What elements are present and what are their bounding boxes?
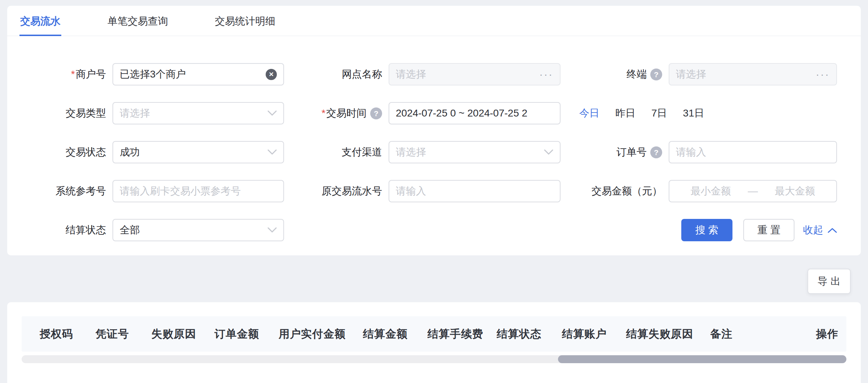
question-icon[interactable]: ?	[650, 69, 662, 80]
tab-label: 交易流水	[20, 16, 61, 27]
chevron-up-icon	[828, 224, 837, 236]
settle-status-label: 结算状态	[7, 219, 112, 241]
order-no-input[interactable]: 请输入	[669, 141, 837, 163]
tab-bar: 交易流水 单笔交易查询 交易统计明细	[7, 6, 861, 36]
table-header-row: 授权码凭证号失败原因订单金额用户实付金额结算金额结算手续费结算状态结算账户结算失…	[22, 316, 846, 352]
trade-status-select[interactable]: 成功	[112, 141, 284, 163]
merchant-input[interactable]: 已选择3个商户 ✕	[112, 63, 284, 85]
chevron-down-icon	[540, 149, 553, 155]
table-column-header: 结算失败原因	[626, 327, 693, 342]
table-column-header: 订单金额	[214, 327, 259, 342]
tab-item[interactable]: 交易统计明细	[214, 6, 276, 36]
chevron-down-icon	[264, 227, 277, 233]
trade-time-label: * 交易时间 ?	[284, 102, 389, 124]
trade-time-value: 2024-07-25 0 ~ 2024-07-25 2	[396, 107, 527, 119]
merchant-value: 已选择3个商户	[120, 67, 186, 81]
search-panel: 交易流水 单笔交易查询 交易统计明细 * 商户号 已选择3个商户 ✕ 网点名称 …	[7, 6, 861, 255]
quick-range-link[interactable]: 昨日	[615, 106, 636, 120]
pay-channel-placeholder: 请选择	[396, 145, 426, 159]
orig-trade-no-placeholder: 请输入	[396, 184, 426, 198]
settle-status-select[interactable]: 全部	[112, 219, 284, 241]
table-column-header: 结算账户	[562, 327, 607, 342]
collapse-label: 收起	[803, 223, 823, 237]
trade-type-select[interactable]: 请选择	[112, 102, 284, 124]
terminal-placeholder: 请选择	[676, 67, 706, 81]
trade-type-label: 交易类型	[7, 102, 112, 124]
chevron-down-icon	[264, 149, 277, 155]
results-panel: 授权码凭证号失败原因订单金额用户实付金额结算金额结算手续费结算状态结算账户结算失…	[7, 302, 861, 383]
sys-ref-label: 系统参考号	[7, 180, 112, 202]
order-no-placeholder: 请输入	[676, 145, 706, 159]
trade-status-value: 成功	[120, 145, 140, 159]
branch-select[interactable]: 请选择 ···	[389, 63, 561, 85]
range-dash: —	[746, 185, 760, 197]
order-no-label: 订单号 ?	[561, 141, 669, 163]
table-column-header: 结算手续费	[428, 327, 483, 342]
trade-type-placeholder: 请选择	[120, 106, 150, 120]
table-column-header: 失败原因	[151, 327, 196, 342]
orig-trade-no-label: 原交易流水号	[284, 180, 389, 202]
required-mark: *	[322, 107, 326, 119]
clear-icon[interactable]: ✕	[266, 69, 277, 80]
ellipsis-icon: ···	[816, 69, 830, 80]
terminal-label: 终端 ?	[561, 63, 669, 85]
quick-range-link[interactable]: 今日	[579, 106, 599, 120]
amount-label: 交易金额（元）	[561, 180, 669, 202]
quick-range-link[interactable]: 31日	[683, 106, 704, 120]
branch-label: 网点名称	[284, 63, 389, 85]
table-column-header: 凭证号	[96, 327, 129, 342]
export-button[interactable]: 导 出	[807, 269, 851, 294]
chevron-down-icon	[264, 110, 277, 116]
terminal-select[interactable]: 请选择 ···	[669, 63, 837, 85]
tab-item[interactable]: 单笔交易查询	[107, 6, 169, 36]
branch-placeholder: 请选择	[396, 67, 426, 81]
collapse-link[interactable]: 收起	[803, 223, 837, 237]
ellipsis-icon: ···	[539, 69, 553, 80]
tab-label: 单笔交易查询	[107, 16, 168, 27]
quick-range-links: 今日昨日7日31日	[561, 102, 837, 124]
quick-range-link[interactable]: 7日	[651, 106, 667, 120]
orig-trade-no-input[interactable]: 请输入	[389, 180, 561, 202]
search-form: * 商户号 已选择3个商户 ✕ 网点名称 请选择 ··· 终端 ? 请选择 ··…	[7, 36, 861, 241]
pay-channel-select[interactable]: 请选择	[389, 141, 561, 163]
table-column-header: 授权码	[40, 327, 73, 342]
table-column-header: 结算金额	[363, 327, 408, 342]
trade-time-range-input[interactable]: 2024-07-25 0 ~ 2024-07-25 2	[389, 102, 561, 124]
amount-max-placeholder: 最大金额	[760, 184, 830, 198]
horizontal-scrollbar-track[interactable]	[22, 355, 846, 363]
amount-range-input[interactable]: 最小金额 — 最大金额	[669, 180, 837, 202]
merchant-label: * 商户号	[7, 63, 112, 85]
table-column-header: 操作	[816, 327, 838, 342]
question-icon[interactable]: ?	[370, 107, 382, 119]
tab-label: 交易统计明细	[215, 16, 275, 27]
pay-channel-label: 支付渠道	[284, 141, 389, 163]
tab-item[interactable]: 交易流水	[19, 6, 61, 36]
sys-ref-input[interactable]: 请输入刷卡交易小票参考号	[112, 180, 284, 202]
question-icon[interactable]: ?	[650, 146, 662, 158]
table-column-header: 备注	[710, 327, 732, 342]
search-button[interactable]: 搜 索	[681, 219, 732, 241]
table-column-header: 用户实付金额	[279, 327, 346, 342]
horizontal-scrollbar-thumb[interactable]	[558, 355, 846, 363]
amount-min-placeholder: 最小金额	[676, 184, 746, 198]
settle-status-value: 全部	[120, 223, 140, 237]
sys-ref-placeholder: 请输入刷卡交易小票参考号	[120, 184, 241, 198]
required-mark: *	[71, 69, 75, 80]
table-column-header: 结算状态	[497, 327, 541, 342]
trade-status-label: 交易状态	[7, 141, 112, 163]
reset-button[interactable]: 重 置	[743, 219, 794, 241]
